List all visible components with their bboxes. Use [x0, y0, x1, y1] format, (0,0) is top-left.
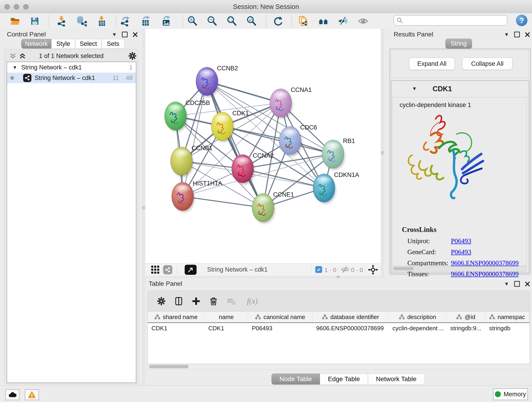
zoom-fit-icon[interactable]: [225, 15, 238, 27]
table-cell[interactable]: P06493: [248, 323, 312, 333]
horizontal-splitter[interactable]: [145, 276, 381, 278]
export-table-icon[interactable]: [139, 15, 152, 27]
help-icon[interactable]: ?: [516, 15, 527, 26]
search-box[interactable]: [394, 15, 507, 26]
column-header-database-identifier[interactable]: database identifier: [312, 312, 389, 322]
control-panel-float-icon[interactable]: [122, 32, 128, 37]
table-hscrollbar[interactable]: [147, 364, 530, 370]
table-panel-menu-icon[interactable]: ▼: [504, 281, 509, 287]
zoom-selected-icon[interactable]: [245, 15, 258, 27]
string-import-icon[interactable]: [297, 15, 310, 27]
gene-name: CDK1: [433, 85, 452, 93]
table-cell[interactable]: CDK1: [205, 323, 248, 333]
column-header-label: @id: [465, 313, 475, 321]
zoom-out-icon[interactable]: [206, 15, 219, 27]
results-panel-float-icon[interactable]: [514, 32, 520, 37]
apply-layout-icon[interactable]: [272, 15, 284, 27]
search-input[interactable]: [403, 17, 505, 24]
hide-panel-eye-icon[interactable]: [357, 15, 370, 27]
import-network-database-icon[interactable]: [75, 15, 88, 27]
collapse-all-button[interactable]: Collapse All: [462, 57, 513, 70]
cloud-status-icon[interactable]: [5, 389, 19, 400]
tab-style[interactable]: Style: [51, 39, 75, 49]
table-cell[interactable]: cyclin-dependent ...: [389, 323, 447, 333]
network-node-CDC6[interactable]: CDC6: [279, 124, 317, 156]
table-panel-close-icon[interactable]: [525, 281, 530, 287]
export-network-icon[interactable]: [119, 15, 132, 27]
gene-section-header[interactable]: ▼ CDK1: [391, 81, 529, 97]
zoom-in-icon[interactable]: [186, 15, 199, 27]
tab-sets[interactable]: Sets: [101, 39, 125, 49]
control-panel-menu-icon[interactable]: ▼: [112, 32, 117, 37]
network-node-CCNB1[interactable]: CCNB1: [171, 145, 213, 177]
network-options-gear-icon[interactable]: [128, 51, 137, 61]
network-node-CCNA1[interactable]: CCNA1: [270, 86, 312, 119]
network-node-CDK1[interactable]: CDK1: [211, 110, 249, 142]
control-panel-close-icon[interactable]: [133, 32, 138, 37]
network-node-CDKN1A[interactable]: CDKN1A: [313, 172, 359, 204]
crosslink-link[interactable]: P06493: [451, 237, 471, 245]
selected-checkbox-icon[interactable]: [315, 266, 322, 273]
gene-expander-icon[interactable]: ▼: [412, 86, 417, 91]
string-hide-glass-icon[interactable]: [337, 15, 350, 27]
import-table-file-icon[interactable]: [95, 15, 108, 27]
network-node-RB1[interactable]: RB1: [322, 138, 355, 170]
import-network-file-icon[interactable]: [55, 15, 68, 27]
tab-network[interactable]: Network: [21, 39, 51, 49]
column-header-canonical-name[interactable]: canonical name: [248, 312, 312, 322]
expand-all-button[interactable]: Expand All: [409, 57, 455, 70]
table-cell[interactable]: 9606.ENSP00000378699: [312, 323, 389, 333]
fit-content-crosshair-icon[interactable]: [368, 265, 378, 276]
column-header-description[interactable]: description: [389, 312, 447, 322]
results-hscrollbar[interactable]: [393, 266, 527, 272]
crosslink-link[interactable]: P06493: [451, 248, 471, 255]
collection-expander-icon[interactable]: ▼: [13, 65, 17, 70]
column-header-name[interactable]: name: [205, 312, 248, 322]
crosslink-link[interactable]: 9606.ENSP00000378699: [451, 259, 519, 267]
string-home-icon[interactable]: [317, 15, 330, 27]
save-session-icon[interactable]: [28, 15, 41, 27]
network-view-share-icon[interactable]: [163, 265, 172, 274]
results-panel-menu-icon[interactable]: ▼: [504, 32, 509, 37]
delete-column-trash-icon[interactable]: [208, 296, 219, 306]
table-cell[interactable]: stringdb:9...: [447, 323, 486, 333]
node-label-CDC25B: CDC25B: [186, 99, 210, 106]
warning-status-icon[interactable]: [25, 389, 39, 400]
tab-node-table[interactable]: Node Table: [272, 374, 320, 385]
network-node-CCNB2[interactable]: CCNB2: [196, 65, 238, 97]
column-tree-icon: [255, 314, 261, 320]
network-node-HIST1H1A[interactable]: HIST1H1A: [172, 180, 222, 212]
network-edge[interactable]: [183, 81, 207, 196]
right-splitter[interactable]: [381, 29, 384, 278]
network-canvas[interactable]: CCNB2CCNA1CDC25BCDK1CDC6RB1CCNB1CCNA2CDK…: [145, 29, 381, 263]
hidden-eye-icon[interactable]: [341, 266, 349, 274]
column-header-shared-name[interactable]: shared name: [148, 312, 205, 322]
network-node-CCNE1[interactable]: CCNE1: [252, 191, 294, 223]
results-panel-close-icon[interactable]: [525, 32, 530, 37]
network-node-CDC25B[interactable]: CDC25B: [165, 99, 210, 132]
create-column-plus-icon[interactable]: [191, 296, 201, 306]
tab-network-table[interactable]: Network Table: [368, 374, 424, 385]
table-settings-gear-icon[interactable]: [156, 296, 167, 306]
export-image-icon[interactable]: [160, 15, 173, 27]
network-edge[interactable]: [207, 81, 263, 208]
birds-eye-view-icon[interactable]: [185, 265, 196, 275]
open-session-icon[interactable]: [9, 15, 22, 27]
table-row[interactable]: CDK1CDK1P064939606.ENSP00000378699cyclin…: [148, 323, 530, 333]
table-cell[interactable]: stringdb: [486, 323, 529, 333]
table-cell[interactable]: CDK1: [148, 323, 205, 333]
column-header--id[interactable]: @id: [447, 312, 486, 322]
memory-button[interactable]: Memory: [493, 388, 528, 400]
network-collection-row[interactable]: ▼ String Network – cdk1 1: [7, 62, 136, 73]
tab-string[interactable]: String: [445, 38, 472, 49]
left-splitter[interactable]: [142, 29, 145, 385]
network-edge[interactable]: [183, 196, 263, 208]
column-header-namespac[interactable]: namespac: [486, 312, 529, 322]
show-columns-icon[interactable]: [173, 296, 184, 306]
grid-view-icon[interactable]: [151, 265, 160, 275]
network-row-selected[interactable]: String Network – cdk1 11 48: [7, 73, 136, 83]
tab-edge-table[interactable]: Edge Table: [320, 374, 368, 385]
node-table: shared namenamecanonical namedatabase id…: [147, 311, 530, 364]
tab-select[interactable]: Select: [75, 39, 101, 49]
table-panel-float-icon[interactable]: [514, 281, 520, 287]
